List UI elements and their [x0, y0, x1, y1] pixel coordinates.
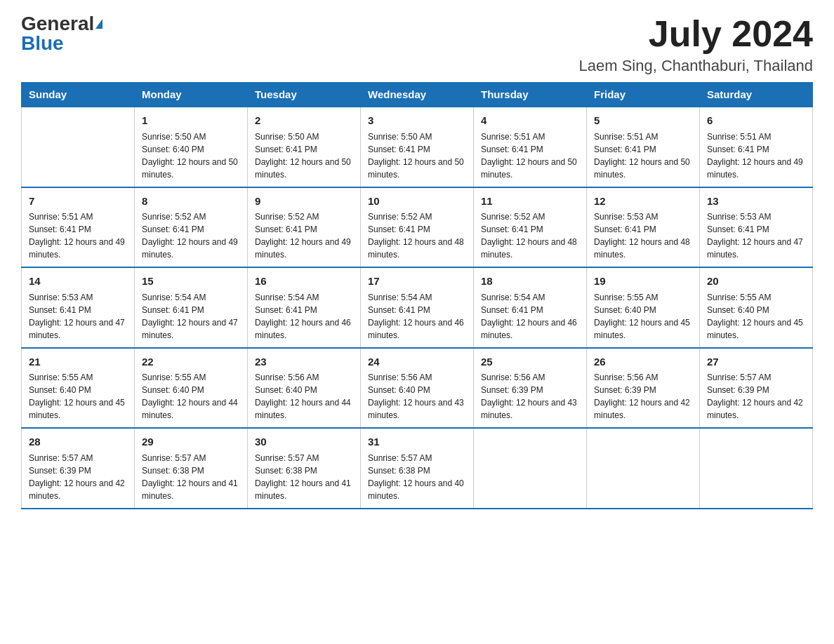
calendar-week-row: 14Sunrise: 5:53 AMSunset: 6:41 PMDayligh…: [22, 267, 813, 348]
day-info: Sunrise: 5:52 AMSunset: 6:41 PMDaylight:…: [255, 210, 353, 261]
day-number: 14: [29, 274, 127, 290]
weekday-header-thursday: Thursday: [474, 83, 587, 107]
calendar-day-cell: 18Sunrise: 5:54 AMSunset: 6:41 PMDayligh…: [474, 267, 587, 348]
calendar-day-cell: 6Sunrise: 5:51 AMSunset: 6:41 PMDaylight…: [700, 107, 813, 187]
page-header: General Blue July 2024 Laem Sing, Chanth…: [21, 14, 813, 75]
calendar-day-cell: 31Sunrise: 5:57 AMSunset: 6:38 PMDayligh…: [361, 428, 474, 509]
day-number: 29: [142, 434, 240, 450]
day-info: Sunrise: 5:50 AMSunset: 6:41 PMDaylight:…: [255, 130, 353, 181]
day-number: 2: [255, 113, 353, 129]
calendar-day-cell: 27Sunrise: 5:57 AMSunset: 6:39 PMDayligh…: [700, 348, 813, 429]
day-number: 30: [255, 434, 353, 450]
day-info: Sunrise: 5:57 AMSunset: 6:38 PMDaylight:…: [255, 452, 353, 502]
logo-general-text: General: [21, 14, 94, 34]
weekday-header-sunday: Sunday: [22, 83, 135, 107]
month-title: July 2024: [579, 14, 813, 54]
day-info: Sunrise: 5:55 AMSunset: 6:40 PMDaylight:…: [594, 291, 692, 342]
day-number: 28: [29, 434, 127, 450]
calendar-week-row: 1Sunrise: 5:50 AMSunset: 6:40 PMDaylight…: [22, 107, 813, 187]
calendar-day-cell: 2Sunrise: 5:50 AMSunset: 6:41 PMDaylight…: [248, 107, 361, 187]
day-number: 12: [594, 194, 692, 210]
day-number: 16: [255, 274, 353, 290]
weekday-header-monday: Monday: [135, 83, 248, 107]
day-info: Sunrise: 5:51 AMSunset: 6:41 PMDaylight:…: [594, 130, 692, 181]
calendar-day-cell: 13Sunrise: 5:53 AMSunset: 6:41 PMDayligh…: [700, 187, 813, 268]
calendar-day-cell: 7Sunrise: 5:51 AMSunset: 6:41 PMDaylight…: [22, 187, 135, 268]
calendar-week-row: 21Sunrise: 5:55 AMSunset: 6:40 PMDayligh…: [22, 348, 813, 429]
calendar-day-cell: 9Sunrise: 5:52 AMSunset: 6:41 PMDaylight…: [248, 187, 361, 268]
day-number: 7: [29, 194, 127, 210]
day-info: Sunrise: 5:57 AMSunset: 6:38 PMDaylight:…: [368, 452, 466, 502]
calendar-day-cell: 12Sunrise: 5:53 AMSunset: 6:41 PMDayligh…: [587, 187, 700, 268]
day-number: 10: [368, 194, 466, 210]
day-number: 13: [707, 194, 805, 210]
location-title: Laem Sing, Chanthaburi, Thailand: [579, 57, 813, 75]
calendar-day-cell: 28Sunrise: 5:57 AMSunset: 6:39 PMDayligh…: [22, 428, 135, 509]
day-info: Sunrise: 5:56 AMSunset: 6:39 PMDaylight:…: [594, 371, 692, 422]
day-info: Sunrise: 5:54 AMSunset: 6:41 PMDaylight:…: [481, 291, 579, 342]
day-info: Sunrise: 5:57 AMSunset: 6:38 PMDaylight:…: [142, 452, 240, 502]
day-info: Sunrise: 5:54 AMSunset: 6:41 PMDaylight:…: [368, 291, 466, 342]
calendar-day-cell: 14Sunrise: 5:53 AMSunset: 6:41 PMDayligh…: [22, 267, 135, 348]
calendar-day-cell: 11Sunrise: 5:52 AMSunset: 6:41 PMDayligh…: [474, 187, 587, 268]
day-number: 19: [594, 274, 692, 290]
day-number: 5: [594, 113, 692, 129]
day-number: 27: [707, 354, 805, 370]
calendar-day-cell: 24Sunrise: 5:56 AMSunset: 6:40 PMDayligh…: [361, 348, 474, 429]
calendar-day-cell: 19Sunrise: 5:55 AMSunset: 6:40 PMDayligh…: [587, 267, 700, 348]
day-info: Sunrise: 5:57 AMSunset: 6:39 PMDaylight:…: [29, 452, 127, 502]
day-number: 11: [481, 194, 579, 210]
day-info: Sunrise: 5:53 AMSunset: 6:41 PMDaylight:…: [29, 291, 127, 342]
day-info: Sunrise: 5:50 AMSunset: 6:40 PMDaylight:…: [142, 130, 240, 181]
day-number: 24: [368, 354, 466, 370]
day-number: 25: [481, 354, 579, 370]
day-number: 21: [29, 354, 127, 370]
weekday-header-tuesday: Tuesday: [248, 83, 361, 107]
calendar-day-cell: 3Sunrise: 5:50 AMSunset: 6:41 PMDaylight…: [361, 107, 474, 187]
calendar-day-cell: 30Sunrise: 5:57 AMSunset: 6:38 PMDayligh…: [248, 428, 361, 509]
day-info: Sunrise: 5:53 AMSunset: 6:41 PMDaylight:…: [594, 210, 692, 261]
day-number: 26: [594, 354, 692, 370]
day-info: Sunrise: 5:52 AMSunset: 6:41 PMDaylight:…: [481, 210, 579, 261]
calendar-day-cell: 8Sunrise: 5:52 AMSunset: 6:41 PMDaylight…: [135, 187, 248, 268]
day-number: 15: [142, 274, 240, 290]
day-info: Sunrise: 5:51 AMSunset: 6:41 PMDaylight:…: [29, 210, 127, 261]
calendar-day-cell: 25Sunrise: 5:56 AMSunset: 6:39 PMDayligh…: [474, 348, 587, 429]
logo-triangle-icon: [95, 19, 102, 29]
day-info: Sunrise: 5:54 AMSunset: 6:41 PMDaylight:…: [255, 291, 353, 342]
calendar-day-cell: 22Sunrise: 5:55 AMSunset: 6:40 PMDayligh…: [135, 348, 248, 429]
title-block: July 2024 Laem Sing, Chanthaburi, Thaila…: [579, 14, 813, 75]
calendar-empty-cell: [22, 107, 135, 187]
day-info: Sunrise: 5:52 AMSunset: 6:41 PMDaylight:…: [368, 210, 466, 261]
calendar-week-row: 7Sunrise: 5:51 AMSunset: 6:41 PMDaylight…: [22, 187, 813, 268]
day-info: Sunrise: 5:53 AMSunset: 6:41 PMDaylight:…: [707, 210, 805, 261]
day-number: 4: [481, 113, 579, 129]
day-info: Sunrise: 5:55 AMSunset: 6:40 PMDaylight:…: [707, 291, 805, 342]
calendar-day-cell: 26Sunrise: 5:56 AMSunset: 6:39 PMDayligh…: [587, 348, 700, 429]
weekday-header-friday: Friday: [587, 83, 700, 107]
calendar-table: SundayMondayTuesdayWednesdayThursdayFrid…: [21, 82, 813, 509]
day-info: Sunrise: 5:54 AMSunset: 6:41 PMDaylight:…: [142, 291, 240, 342]
day-number: 9: [255, 194, 353, 210]
calendar-empty-cell: [587, 428, 700, 509]
day-info: Sunrise: 5:50 AMSunset: 6:41 PMDaylight:…: [368, 130, 466, 181]
logo: General Blue: [21, 14, 102, 53]
calendar-day-cell: 29Sunrise: 5:57 AMSunset: 6:38 PMDayligh…: [135, 428, 248, 509]
calendar-day-cell: 21Sunrise: 5:55 AMSunset: 6:40 PMDayligh…: [22, 348, 135, 429]
day-number: 31: [368, 434, 466, 450]
calendar-day-cell: 5Sunrise: 5:51 AMSunset: 6:41 PMDaylight…: [587, 107, 700, 187]
day-number: 1: [142, 113, 240, 129]
calendar-day-cell: 20Sunrise: 5:55 AMSunset: 6:40 PMDayligh…: [700, 267, 813, 348]
day-number: 17: [368, 274, 466, 290]
calendar-day-cell: 10Sunrise: 5:52 AMSunset: 6:41 PMDayligh…: [361, 187, 474, 268]
day-info: Sunrise: 5:51 AMSunset: 6:41 PMDaylight:…: [481, 130, 579, 181]
day-info: Sunrise: 5:56 AMSunset: 6:40 PMDaylight:…: [368, 371, 466, 422]
calendar-header-row: SundayMondayTuesdayWednesdayThursdayFrid…: [22, 83, 813, 107]
day-number: 3: [368, 113, 466, 129]
weekday-header-wednesday: Wednesday: [361, 83, 474, 107]
day-info: Sunrise: 5:51 AMSunset: 6:41 PMDaylight:…: [707, 130, 805, 181]
calendar-day-cell: 4Sunrise: 5:51 AMSunset: 6:41 PMDaylight…: [474, 107, 587, 187]
day-number: 18: [481, 274, 579, 290]
logo-blue-text: Blue: [21, 34, 64, 53]
calendar-day-cell: 16Sunrise: 5:54 AMSunset: 6:41 PMDayligh…: [248, 267, 361, 348]
